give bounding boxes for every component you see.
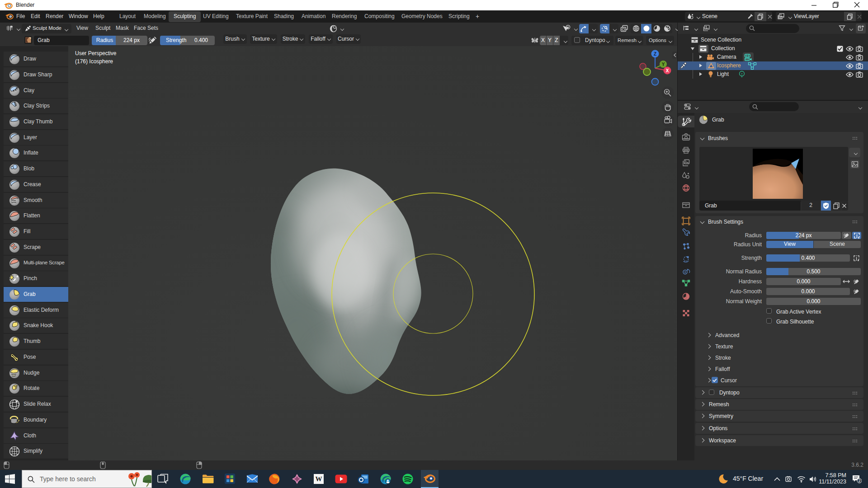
svg-text:2: 2 (859, 479, 861, 483)
svg-text:Y: Y (662, 62, 665, 67)
svg-text:X: X (666, 68, 669, 73)
svg-text:Z: Z (654, 52, 656, 56)
svg-text:W: W (316, 475, 322, 483)
